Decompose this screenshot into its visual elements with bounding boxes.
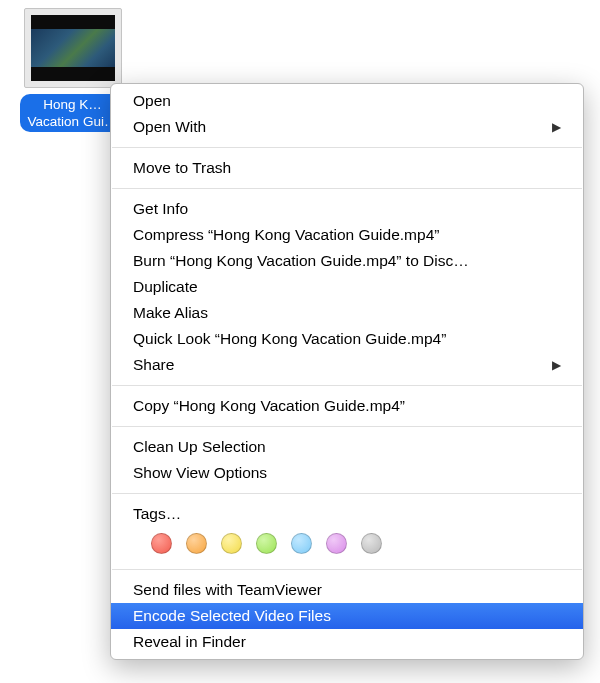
menu-copy[interactable]: Copy “Hong Kong Vacation Guide.mp4”: [111, 393, 583, 419]
menu-duplicate[interactable]: Duplicate: [111, 274, 583, 300]
tag-yellow[interactable]: [221, 533, 242, 554]
menu-separator: [112, 188, 582, 189]
menu-label: Open With: [133, 117, 544, 137]
menu-label: Reveal in Finder: [133, 632, 561, 652]
chevron-right-icon: ▶: [544, 355, 561, 375]
tags-row: [111, 527, 583, 562]
menu-encode-video[interactable]: Encode Selected Video Files: [111, 603, 583, 629]
file-name-line1: Hong K…: [43, 97, 102, 112]
tag-orange[interactable]: [186, 533, 207, 554]
tag-purple[interactable]: [326, 533, 347, 554]
context-menu: Open Open With ▶ Move to Trash Get Info …: [110, 83, 584, 660]
menu-label: Send files with TeamViewer: [133, 580, 561, 600]
menu-label: Compress “Hong Kong Vacation Guide.mp4”: [133, 225, 561, 245]
tag-red[interactable]: [151, 533, 172, 554]
menu-separator: [112, 147, 582, 148]
menu-share[interactable]: Share ▶: [111, 352, 583, 378]
menu-label: Burn “Hong Kong Vacation Guide.mp4” to D…: [133, 251, 561, 271]
menu-teamviewer[interactable]: Send files with TeamViewer: [111, 577, 583, 603]
menu-label: Clean Up Selection: [133, 437, 561, 457]
tag-green[interactable]: [256, 533, 277, 554]
menu-reveal-finder[interactable]: Reveal in Finder: [111, 629, 583, 655]
menu-label: Move to Trash: [133, 158, 561, 178]
menu-label: Share: [133, 355, 544, 375]
menu-label: Duplicate: [133, 277, 561, 297]
menu-label: Make Alias: [133, 303, 561, 323]
video-file-thumbnail: [24, 8, 122, 88]
menu-view-options[interactable]: Show View Options: [111, 460, 583, 486]
menu-label: Open: [133, 91, 561, 111]
menu-clean-up[interactable]: Clean Up Selection: [111, 434, 583, 460]
menu-compress[interactable]: Compress “Hong Kong Vacation Guide.mp4”: [111, 222, 583, 248]
tag-gray[interactable]: [361, 533, 382, 554]
menu-label: Encode Selected Video Files: [133, 606, 561, 626]
menu-label: Copy “Hong Kong Vacation Guide.mp4”: [133, 396, 561, 416]
menu-quick-look[interactable]: Quick Look “Hong Kong Vacation Guide.mp4…: [111, 326, 583, 352]
menu-open-with[interactable]: Open With ▶: [111, 114, 583, 140]
menu-separator: [112, 426, 582, 427]
menu-open[interactable]: Open: [111, 88, 583, 114]
tag-blue[interactable]: [291, 533, 312, 554]
menu-make-alias[interactable]: Make Alias: [111, 300, 583, 326]
menu-tags[interactable]: Tags…: [111, 501, 583, 527]
chevron-right-icon: ▶: [544, 117, 561, 137]
menu-label: Quick Look “Hong Kong Vacation Guide.mp4…: [133, 329, 561, 349]
file-name-line2: Vacation Gui…: [28, 114, 118, 129]
menu-label: Tags…: [133, 504, 561, 524]
menu-separator: [112, 569, 582, 570]
menu-get-info[interactable]: Get Info: [111, 196, 583, 222]
menu-label: Get Info: [133, 199, 561, 219]
menu-label: Show View Options: [133, 463, 561, 483]
menu-move-to-trash[interactable]: Move to Trash: [111, 155, 583, 181]
menu-separator: [112, 493, 582, 494]
menu-separator: [112, 385, 582, 386]
menu-burn[interactable]: Burn “Hong Kong Vacation Guide.mp4” to D…: [111, 248, 583, 274]
